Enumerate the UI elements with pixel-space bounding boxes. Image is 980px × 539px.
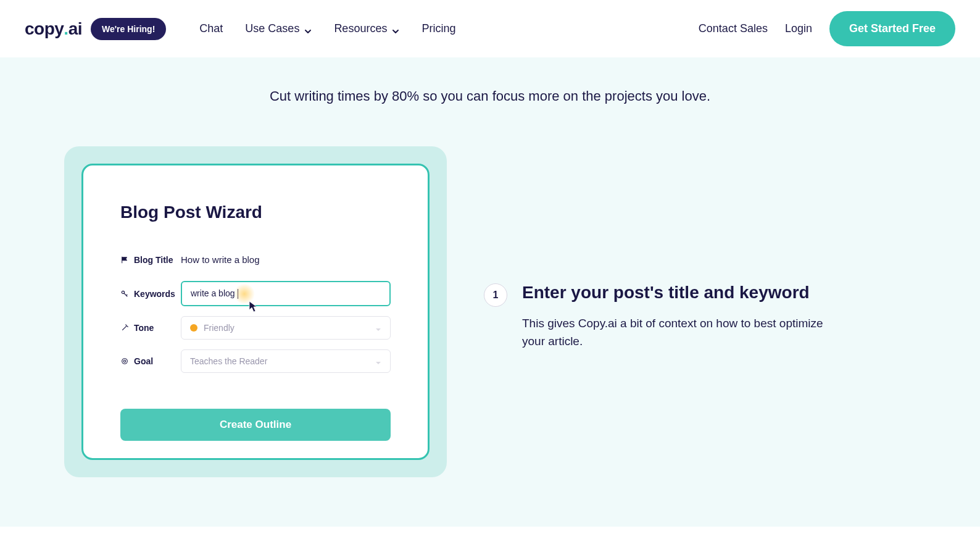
nav-pricing[interactable]: Pricing <box>421 22 455 35</box>
hiring-badge-label: We're Hiring! <box>102 24 155 34</box>
label-tone: Tone <box>120 323 181 333</box>
step-panel: 1 Enter your post's title and keyword Th… <box>484 146 829 350</box>
contact-sales-label: Contact Sales <box>699 22 768 35</box>
keywords-input-value: write a blog <box>191 288 235 298</box>
nav-resources[interactable]: Resources <box>334 22 399 35</box>
create-outline-label: Create Outline <box>220 419 291 430</box>
cta-label: Get Started Free <box>849 22 936 35</box>
svg-point-1 <box>122 359 128 364</box>
tone-placeholder: Friendly <box>204 323 235 333</box>
contact-sales-link[interactable]: Contact Sales <box>699 22 768 35</box>
hero-section: Cut writing times by 80% so you can focu… <box>0 57 980 527</box>
label-blog-title: Blog Title <box>120 255 181 265</box>
svg-point-2 <box>123 361 125 362</box>
logo[interactable]: copy.ai <box>25 19 82 39</box>
flag-icon <box>120 256 129 264</box>
chevron-down-icon <box>304 25 312 33</box>
nav-chat[interactable]: Chat <box>199 22 223 35</box>
nav-pricing-label: Pricing <box>421 22 455 35</box>
key-icon <box>120 290 129 298</box>
nav-use-cases[interactable]: Use Cases <box>245 22 312 35</box>
header-left: copy.ai We're Hiring! Chat Use Cases Res… <box>25 18 455 40</box>
target-icon <box>120 357 129 366</box>
goal-placeholder: Teaches the Reader <box>190 356 267 366</box>
form-row-blog-title: Blog Title How to write a blog <box>120 248 391 271</box>
step-row: 1 Enter your post's title and keyword Th… <box>484 282 829 350</box>
main-header: copy.ai We're Hiring! Chat Use Cases Res… <box>0 0 980 57</box>
content-row: Blog Post Wizard Blog Title How to write… <box>64 146 916 477</box>
label-keywords: Keywords <box>120 289 181 299</box>
form-row-tone: Tone Friendly <box>120 316 391 340</box>
step-content: Enter your post's title and keyword This… <box>522 282 829 350</box>
label-blog-title-text: Blog Title <box>134 255 173 265</box>
hiring-badge[interactable]: We're Hiring! <box>91 18 166 40</box>
cursor-icon <box>249 301 259 313</box>
goal-select-left: Teaches the Reader <box>190 356 267 366</box>
tone-select-left: Friendly <box>190 323 235 333</box>
tagline: Cut writing times by 80% so you can focu… <box>25 88 955 104</box>
step-description: This gives Copy.ai a bit of context on h… <box>522 314 829 351</box>
create-outline-button[interactable]: Create Outline <box>120 409 391 441</box>
chevron-down-icon <box>392 25 399 33</box>
login-link[interactable]: Login <box>785 22 812 35</box>
form-row-goal: Goal Teaches the Reader <box>120 349 391 373</box>
nav-resources-label: Resources <box>334 22 387 35</box>
label-goal-text: Goal <box>134 356 153 366</box>
label-keywords-text: Keywords <box>134 289 175 299</box>
label-goal: Goal <box>120 356 181 366</box>
wand-icon <box>120 324 129 332</box>
get-started-button[interactable]: Get Started Free <box>829 11 955 46</box>
caret-down-icon <box>375 325 381 331</box>
wizard-card: Blog Post Wizard Blog Title How to write… <box>81 164 430 460</box>
caret-down-icon <box>375 358 381 364</box>
logo-text-suffix: ai <box>69 19 82 39</box>
main-nav: Chat Use Cases Resources Pricing <box>199 22 455 35</box>
step-title: Enter your post's title and keyword <box>522 282 829 303</box>
wizard-title: Blog Post Wizard <box>120 203 391 222</box>
form-row-keywords: Keywords write a blog <box>120 281 391 306</box>
wizard-outer: Blog Post Wizard Blog Title How to write… <box>64 146 447 477</box>
logo-text-main: copy <box>25 19 64 39</box>
tone-color-dot <box>190 324 197 332</box>
tone-select[interactable]: Friendly <box>181 316 391 340</box>
header-right: Contact Sales Login Get Started Free <box>699 11 955 46</box>
step-number: 1 <box>484 283 507 307</box>
text-caret <box>238 289 238 299</box>
nav-use-cases-label: Use Cases <box>245 22 299 35</box>
label-tone-text: Tone <box>134 323 154 333</box>
goal-select[interactable]: Teaches the Reader <box>181 349 391 373</box>
nav-chat-label: Chat <box>199 22 223 35</box>
svg-point-0 <box>122 291 124 293</box>
login-label: Login <box>785 22 812 35</box>
blog-title-value: How to write a blog <box>181 248 260 271</box>
logo-dot: . <box>64 19 68 39</box>
keywords-input[interactable]: write a blog <box>181 281 391 306</box>
